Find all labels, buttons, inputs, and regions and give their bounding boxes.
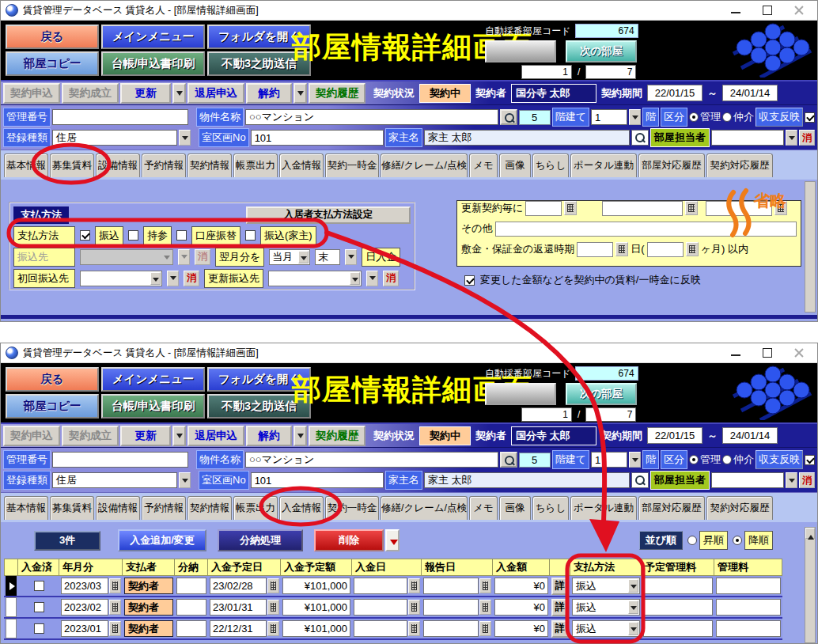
paid-checkbox[interactable]: [34, 623, 44, 634]
balance-reflect-button[interactable]: 収支反映: [756, 108, 803, 127]
mgmt-no-field[interactable]: [52, 452, 188, 468]
paid-checkbox[interactable]: [34, 602, 44, 612]
renew-transfer-dropdown-icon[interactable]: [366, 271, 378, 286]
back-button[interactable]: 戻る: [6, 25, 99, 49]
division-mgmt-radio[interactable]: [689, 112, 699, 122]
paid-date-field[interactable]: [354, 578, 407, 594]
tab-repair-claim[interactable]: 修繕/クレーム/点検: [381, 496, 468, 520]
deposit-day-field[interactable]: 末: [315, 249, 340, 265]
paid-checkbox[interactable]: [34, 581, 44, 591]
move-out-button[interactable]: 退居申込: [187, 426, 244, 446]
tab-lump-sum[interactable]: 契約一時金: [325, 153, 379, 177]
mgmt-no-field[interactable]: [52, 109, 188, 125]
payer-field[interactable]: 契約者: [124, 599, 173, 616]
contract-establish-button[interactable]: 契約成立: [62, 426, 119, 446]
next-room-button[interactable]: 次の部屋: [566, 383, 637, 405]
renew-dropdown-icon[interactable]: [172, 83, 186, 104]
due-amount-field[interactable]: ¥101,000: [282, 578, 350, 594]
payment-add-button[interactable]: 入金追加/変更: [118, 529, 206, 551]
cancel-contract-button[interactable]: 解約: [246, 83, 292, 104]
main-menu-button[interactable]: メインメニュー: [101, 25, 205, 49]
contract-history-button[interactable]: 契約履歴: [309, 426, 365, 446]
due-date-field[interactable]: 23/02/28: [210, 578, 267, 594]
report-date-field[interactable]: [423, 599, 479, 616]
tab-memo[interactable]: メモ: [469, 496, 498, 520]
close-icon[interactable]: [793, 347, 805, 358]
room-staff-field[interactable]: [711, 130, 784, 146]
floor-field[interactable]: 1: [591, 452, 627, 468]
prev-room-button[interactable]: [485, 383, 556, 405]
tab-images[interactable]: 画像: [499, 153, 531, 177]
fee-field[interactable]: [716, 620, 781, 637]
reg-type-dropdown-icon[interactable]: [179, 472, 191, 488]
tab-room-history[interactable]: 部屋対応履歴: [638, 153, 705, 177]
deposit-return-day-field[interactable]: [577, 242, 613, 257]
balance-reflect-button[interactable]: 収支反映: [756, 450, 803, 469]
renew-transfer-clear-button[interactable]: 消: [383, 271, 399, 286]
calculator-grid-icon[interactable]: [109, 621, 121, 636]
tab-reservation[interactable]: 予約情報: [142, 153, 186, 177]
due-date-field[interactable]: 23/01/31: [210, 599, 267, 616]
floor-dropdown-icon[interactable]: [629, 452, 641, 468]
prev-room-button[interactable]: [485, 40, 556, 63]
search-icon[interactable]: [500, 109, 517, 125]
planned-fee-field[interactable]: [643, 578, 713, 594]
deposit-month-dropdown[interactable]: 当月: [269, 249, 310, 265]
renew-button[interactable]: 更新: [120, 83, 171, 104]
staff-clear-button[interactable]: 消: [799, 130, 815, 146]
amount-field[interactable]: ¥0: [494, 599, 548, 616]
contract-apply-button[interactable]: 契約申込: [3, 83, 60, 104]
month-field[interactable]: 2023/01: [61, 620, 108, 637]
period-to-field[interactable]: 24/01/14: [722, 427, 778, 444]
staff-dropdown-icon[interactable]: [786, 472, 797, 488]
maximize-icon[interactable]: [762, 5, 773, 16]
calculator-grid-icon[interactable]: [267, 621, 279, 636]
row-selector[interactable]: [4, 576, 18, 596]
maximize-icon[interactable]: [762, 347, 773, 358]
cancel-contract-button[interactable]: 解約: [246, 426, 292, 446]
tab-portal-link[interactable]: ポータル連動: [570, 496, 637, 520]
room-no-field[interactable]: 101: [251, 472, 384, 488]
calculator-grid-icon[interactable]: [564, 201, 577, 215]
method-account-debit-checkbox[interactable]: [176, 230, 187, 241]
row-selector[interactable]: [4, 597, 18, 617]
calculator-grid-icon[interactable]: [479, 621, 491, 636]
tab-basic-info[interactable]: 基本情報: [4, 496, 48, 520]
report-date-field[interactable]: [423, 620, 479, 637]
amount-field[interactable]: ¥0: [494, 578, 548, 594]
renew-transfer-dropdown[interactable]: [268, 271, 362, 286]
balance-reflect-checkbox[interactable]: [805, 112, 815, 123]
tab-contract-history[interactable]: 契約対応履歴: [706, 153, 773, 177]
reg-type-field[interactable]: 住居: [52, 130, 177, 146]
payer-field[interactable]: 契約者: [124, 620, 173, 637]
property-name-field[interactable]: ○○マンション: [245, 452, 498, 468]
paid-date-field[interactable]: [354, 599, 407, 616]
property-name-field[interactable]: ○○マンション: [245, 109, 498, 125]
split-payment-button[interactable]: 分納処理: [218, 529, 303, 551]
sort-asc-radio[interactable]: [687, 536, 697, 545]
renew-dropdown-icon[interactable]: [172, 426, 186, 446]
calculator-grid-icon[interactable]: [479, 578, 491, 593]
tab-report-output[interactable]: 帳票出力: [233, 153, 278, 177]
delete-dropdown-icon[interactable]: [385, 529, 400, 551]
tab-repair-claim[interactable]: 修繕/クレーム/点検: [381, 153, 468, 177]
page-current-field[interactable]: 1: [521, 65, 572, 79]
deposit-day-dropdown-icon[interactable]: [345, 249, 357, 265]
back-button[interactable]: 戻る: [6, 367, 99, 392]
calculator-grid-icon[interactable]: [408, 600, 420, 615]
room-copy-button[interactable]: 部屋コピー: [6, 51, 99, 76]
report-date-field[interactable]: [423, 578, 479, 594]
payer-field[interactable]: 契約者: [124, 578, 173, 594]
month-field[interactable]: 2023/02: [61, 599, 108, 616]
first-transfer-clear-button[interactable]: 消: [184, 271, 199, 286]
calculator-grid-icon[interactable]: [685, 201, 698, 215]
renew-amount-field[interactable]: [525, 201, 562, 216]
split-field[interactable]: [176, 599, 206, 616]
main-menu-button[interactable]: メインメニュー: [101, 367, 205, 392]
payment-method-dropdown[interactable]: 振込: [572, 620, 640, 637]
tab-portal-link[interactable]: ポータル連動: [570, 153, 637, 177]
staff-clear-button[interactable]: 消: [799, 472, 815, 488]
tab-listing-rent[interactable]: 募集賃料: [50, 153, 94, 177]
balance-reflect-checkbox[interactable]: [805, 455, 815, 465]
staff-dropdown-icon[interactable]: [786, 130, 797, 146]
